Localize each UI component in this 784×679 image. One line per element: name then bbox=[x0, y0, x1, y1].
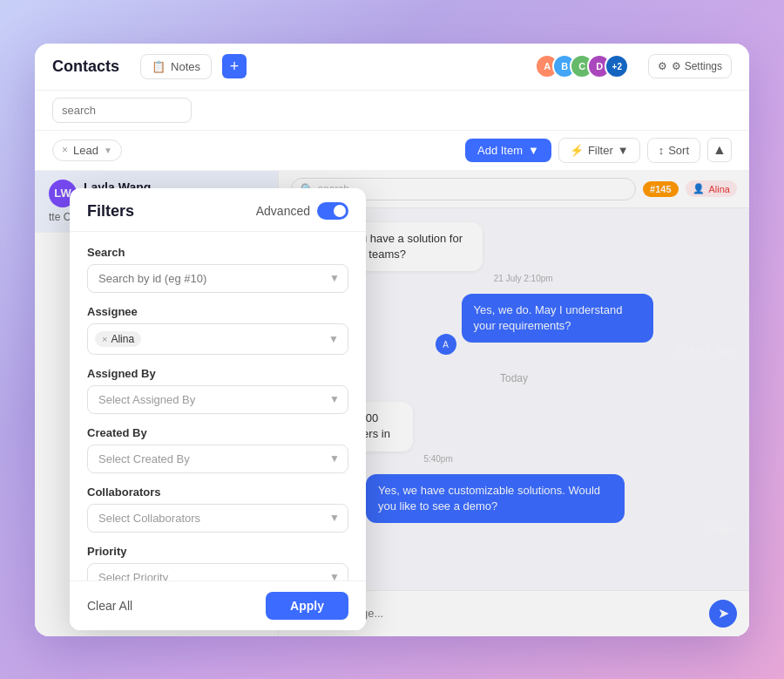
header: Contacts 📋 Notes + A B C D +2 ⚙ ⚙ Settin… bbox=[35, 44, 749, 91]
filter-created-by-select[interactable]: Select Created By bbox=[87, 445, 348, 473]
lead-filter-tag[interactable]: × Lead ▼ bbox=[52, 139, 122, 161]
filter-label: Assigned By bbox=[87, 367, 348, 380]
close-icon[interactable]: × bbox=[62, 144, 68, 156]
filters-advanced-toggle[interactable]: Advanced bbox=[256, 202, 348, 220]
add-button[interactable]: + bbox=[222, 54, 247, 78]
filter-label: Assignee bbox=[87, 305, 348, 318]
chevron-down-icon: ▼ bbox=[528, 144, 539, 157]
filter-section-assigned-by: Assigned By Select Assigned By ▼ bbox=[87, 367, 348, 414]
chevron-down-icon: ▼ bbox=[618, 144, 629, 157]
filter-label: Priority bbox=[87, 545, 348, 558]
toolbar-row: × Lead ▼ Add Item ▼ ⚡ Filter ▼ ↕ Sort ▲ bbox=[35, 131, 749, 171]
filter-section-priority: Priority Select Priority ▼ bbox=[87, 545, 348, 581]
filter-section-search: Search ▼ bbox=[87, 246, 348, 293]
filter-label: Search bbox=[87, 246, 348, 259]
page-title: Contacts bbox=[52, 58, 119, 76]
filters-overlay: Filters Advanced Search ▼ bbox=[35, 171, 749, 636]
chip-close-icon[interactable]: × bbox=[102, 334, 107, 344]
add-item-button[interactable]: Add Item ▼ bbox=[465, 139, 551, 162]
filter-chip-alina: × Alina bbox=[95, 331, 141, 347]
avatar: +2 bbox=[605, 54, 629, 78]
notes-icon: 📋 bbox=[152, 60, 166, 73]
sort-button[interactable]: ↕ Sort bbox=[647, 138, 700, 163]
filter-collaborators-select[interactable]: Select Collaborators bbox=[87, 504, 348, 533]
filters-header: Filters Advanced bbox=[70, 188, 366, 232]
filter-section-created-by: Created By Select Created By ▼ bbox=[87, 426, 348, 473]
filters-body: Search ▼ Assignee × Alina bbox=[70, 232, 366, 581]
filters-panel: Filters Advanced Search ▼ bbox=[70, 188, 366, 630]
apply-button[interactable]: Apply bbox=[266, 592, 348, 620]
filter-label: Created By bbox=[87, 426, 348, 439]
filter-assigned-by-select[interactable]: Select Assigned By bbox=[87, 385, 348, 414]
settings-button[interactable]: ⚙ ⚙ Settings bbox=[648, 54, 732, 78]
filter-priority-select[interactable]: Select Priority bbox=[87, 563, 348, 581]
expand-button[interactable]: ▲ bbox=[707, 138, 732, 162]
search-bar-row bbox=[35, 91, 749, 131]
app-container: Contacts 📋 Notes + A B C D +2 ⚙ ⚙ Settin… bbox=[35, 44, 749, 636]
chevron-down-icon: ▼ bbox=[104, 146, 112, 155]
filter-assignee-select[interactable]: × Alina ▼ bbox=[87, 323, 348, 355]
notes-button[interactable]: 📋 Notes bbox=[140, 54, 212, 79]
filter-button[interactable]: ⚡ Filter ▼ bbox=[558, 138, 640, 163]
gear-icon: ⚙ bbox=[658, 60, 667, 72]
filter-search-input[interactable] bbox=[87, 264, 348, 293]
advanced-toggle[interactable] bbox=[317, 202, 348, 220]
filter-section-assignee: Assignee × Alina ▼ bbox=[87, 305, 348, 355]
sort-icon: ↕ bbox=[659, 144, 665, 157]
filter-section-collaborators: Collaborators Select Collaborators ▼ bbox=[87, 485, 348, 533]
filters-title: Filters bbox=[87, 202, 134, 221]
filters-footer: Clear All Apply bbox=[70, 581, 366, 630]
filter-label: Collaborators bbox=[87, 485, 348, 499]
chevron-down-icon: ▼ bbox=[328, 333, 339, 345]
search-input[interactable] bbox=[52, 98, 192, 123]
filter-icon: ⚡ bbox=[570, 144, 584, 157]
avatar-group: A B C D +2 bbox=[535, 54, 629, 78]
clear-all-button[interactable]: Clear All bbox=[87, 599, 132, 613]
main-area: LW Layla Wang ● Layla Wang 10 min ago tt… bbox=[35, 171, 749, 636]
